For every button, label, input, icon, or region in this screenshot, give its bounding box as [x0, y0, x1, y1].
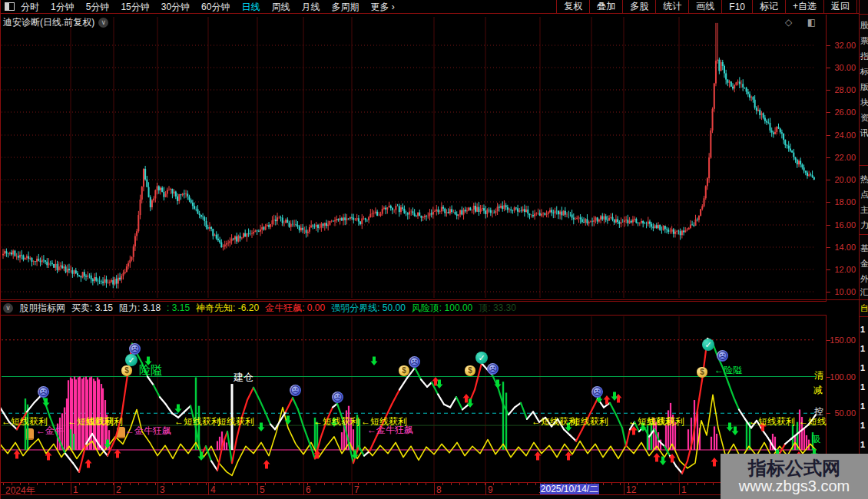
price-tick [827, 202, 830, 203]
annotation-label: 清 [814, 371, 823, 380]
sad-face-icon: ☹ [591, 386, 603, 398]
price-tick-label: 24.00 [834, 131, 856, 140]
annotation-label: 建仓 [234, 372, 253, 382]
annotation-label: 减 [813, 385, 823, 395]
sidebar-text-fragment: 点 [860, 190, 868, 199]
toolbar-button-多股[interactable]: 多股 [622, 0, 655, 13]
toolbar-button-画线[interactable]: 画线 [688, 0, 721, 13]
toolbar-button-F10[interactable]: F10 [721, 0, 752, 13]
minor-tick [130, 483, 131, 485]
price-tick [827, 269, 830, 270]
minor-tick [620, 483, 621, 485]
price-tick [827, 247, 830, 248]
minor-tick [696, 483, 697, 485]
period-tab-60分钟[interactable]: 60分钟 [201, 2, 230, 12]
watermark-site-name: 指标公式网 [748, 458, 840, 478]
price-tick [827, 68, 830, 68]
time-label: 1 [73, 484, 78, 495]
sidebar-separator [860, 299, 868, 300]
annotation-label: ←金牛 [36, 426, 64, 435]
minor-tick [290, 483, 291, 485]
price-tick-label: 10.00 [834, 287, 856, 296]
period-tab-分时[interactable]: 分时 [21, 2, 39, 12]
indicator-chevron-icon[interactable]: ∨ [3, 303, 13, 313]
price-axis: 32.0030.0028.0026.0024.0022.0020.0018.00… [827, 15, 859, 299]
right-sidebar-strip[interactable]: 股票指标版块资讯热点主力基金外汇自1111111 [859, 0, 868, 499]
time-label: 2 [116, 484, 121, 495]
panel-divider-line [0, 299, 859, 300]
sidebar-text-fragment: 力 [860, 221, 868, 230]
toolbar-button-复权[interactable]: 复权 [556, 0, 589, 13]
minor-tick [223, 483, 224, 485]
time-label: 6 [306, 484, 311, 495]
toolbar-button-叠加[interactable]: 叠加 [589, 0, 622, 13]
window-panel-icon[interactable] [5, 2, 15, 11]
minor-tick [54, 483, 55, 485]
chevron-down-icon[interactable]: ∨ [98, 18, 108, 28]
time-label: 1 [681, 484, 687, 495]
minor-tick [299, 483, 300, 485]
period-tab-30分钟[interactable]: 30分钟 [161, 2, 190, 12]
money-bag-icon: $ [465, 365, 475, 376]
minor-tick [366, 483, 367, 485]
sidebar-number: 1 [860, 326, 865, 334]
sidebar-separator [860, 14, 868, 15]
toolbar-button-+自选[interactable]: +自选 [785, 0, 823, 13]
indicator-header: ∨ 股朋指标网 买卖: 3.15阻力: 3.18: 3.15神奇先知: -6.2… [0, 301, 827, 315]
minor-tick [687, 483, 688, 485]
annotation-label: 控 [814, 407, 823, 416]
time-label: 9 [488, 484, 493, 495]
minor-tick [62, 483, 63, 485]
sidebar-text-fragment: 版 [860, 83, 868, 91]
toolbar-button-标记[interactable]: 标记 [752, 0, 785, 13]
toolbar-button-统计[interactable]: 统计 [655, 0, 688, 13]
time-label: 4 [210, 484, 216, 495]
period-tabs: 分时1分钟5分钟15分钟30分钟60分钟日线周线月线多周期更多 › [21, 0, 406, 14]
period-tab-多周期[interactable]: 多周期 [331, 2, 359, 12]
indicator-tick [827, 377, 830, 378]
minor-tick [104, 483, 105, 485]
month-tick-line [303, 483, 304, 495]
period-tab-1分钟[interactable]: 1分钟 [51, 2, 75, 12]
period-tab-日线[interactable]: 日线 [241, 2, 260, 12]
time-label: 8 [436, 484, 442, 495]
chart-corner-icons[interactable]: ◇ ◧ [785, 17, 822, 28]
period-tab-15分钟[interactable]: 15分钟 [121, 2, 149, 12]
minor-tick [350, 483, 350, 485]
toolbar-button-返回[interactable]: 返回 [823, 0, 857, 13]
price-tick-label: 12.00 [834, 265, 856, 274]
minor-tick [611, 483, 612, 485]
minor-tick [324, 483, 325, 485]
minor-tick [231, 483, 232, 485]
sidebar-self-select[interactable]: 自 [860, 304, 868, 312]
price-tick [827, 157, 830, 158]
minor-tick [459, 483, 460, 485]
annotation-label: 短线获利 [217, 417, 254, 426]
sidebar-text-fragment: 指 [860, 52, 868, 61]
sidebar-separator [860, 58, 868, 58]
indicator-tick-label: 150.00 [830, 335, 856, 345]
minor-tick [37, 483, 38, 485]
month-tick-line [679, 483, 680, 495]
period-tab-周线[interactable]: 周线 [271, 2, 290, 12]
sidebar-number: 1 [860, 345, 865, 353]
minor-tick [138, 483, 139, 485]
price-tick [827, 225, 830, 226]
annotation-label: ←短线获利 [532, 417, 578, 426]
minor-tick [518, 483, 519, 485]
price-tick [827, 45, 830, 46]
period-tab-5分钟[interactable]: 5分钟 [86, 2, 110, 12]
sidebar-number: 1 [860, 364, 865, 372]
chart-canvas[interactable] [0, 0, 868, 499]
sidebar-text-fragment: 资 [860, 114, 868, 122]
sidebar-text-fragment: 讯 [860, 129, 868, 137]
indicator-values: 买卖: 3.15阻力: 3.18: 3.15神奇先知: -6.20金牛狂飙: 0… [71, 302, 522, 315]
indicator-field: 阻力: 3.18 [119, 302, 161, 313]
price-tick [827, 180, 830, 180]
indicator-title: 股朋指标网 [19, 302, 65, 315]
sidebar-text-fragment: 票 [860, 37, 868, 45]
month-tick-line [485, 483, 486, 495]
period-tab-月线[interactable]: 月线 [301, 2, 320, 12]
minor-tick [713, 483, 714, 485]
period-tab-更多 ›[interactable]: 更多 › [370, 2, 394, 12]
